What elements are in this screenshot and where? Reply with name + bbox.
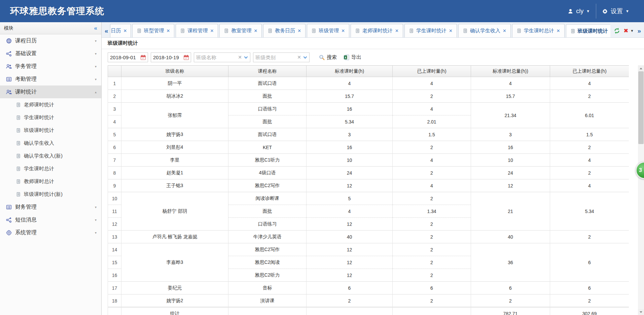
date-to-input[interactable] xyxy=(153,55,181,60)
tab[interactable]: 学生课时统计✕ xyxy=(404,24,457,37)
sidebar-item[interactable]: 学务管理▾ xyxy=(0,60,101,73)
table-row[interactable]: 13卢羽凡 雒飞扬 龙嘉懿牛津少儿英语402402 xyxy=(108,231,629,243)
tab-close-icon[interactable]: ✕ xyxy=(449,28,453,33)
table-row[interactable]: 7李昱雅思C1听力104104 xyxy=(108,154,629,167)
tab[interactable]: 教室管理✕ xyxy=(219,24,262,37)
class-name-combobox[interactable]: ✕ xyxy=(194,53,250,62)
tab-close-icon[interactable]: ✕ xyxy=(341,28,345,33)
done-hours-cell: 2 xyxy=(393,192,471,205)
settings-menu[interactable]: 设置 ▼ xyxy=(596,7,635,15)
class-name-cell: 赵美凝1 xyxy=(121,167,228,179)
panel-title: 班级课时统计 xyxy=(102,38,644,49)
table-row[interactable]: 10杨舒宁 邵玥阅读诊断课52215.34 xyxy=(108,192,629,205)
sidebar-nav: 课程日历▾基础设置▾学务管理▾考勤管理▾课时统计▴老师课时统计学生课时统计班级课… xyxy=(0,34,101,239)
tabs-scroll-right-icon[interactable]: » xyxy=(636,27,643,37)
date-from-field[interactable]: 17 xyxy=(108,53,148,62)
sidebar-subitem[interactable]: 确认学生收入 xyxy=(0,137,101,149)
tab-close-icon[interactable]: ✕ xyxy=(167,28,170,33)
calendar-icon[interactable]: 17 xyxy=(183,55,189,60)
tab-close-icon[interactable]: ✕ xyxy=(123,28,127,33)
sidebar-subitem[interactable]: 教师课时总计 xyxy=(0,175,101,188)
sidebar-item[interactable]: 课程日历▾ xyxy=(0,34,101,47)
table-row[interactable]: 14李嘉晔3雅思C2写作122366 xyxy=(108,243,629,256)
tab-close-icon[interactable]: ✕ xyxy=(395,28,399,33)
sidebar-subitem[interactable]: 学生课时统计 xyxy=(0,111,101,124)
tab[interactable]: 班级管理✕ xyxy=(307,24,349,37)
date-to-field[interactable]: 17 xyxy=(151,53,191,62)
tab[interactable]: 教务日历✕ xyxy=(263,24,306,37)
document-icon xyxy=(267,28,273,33)
table-row[interactable]: 5姚宇扬3面试口语31.531.5 xyxy=(108,128,629,141)
excel-icon: X xyxy=(344,55,349,60)
refresh-icon[interactable] xyxy=(614,28,620,34)
class-name-input[interactable] xyxy=(196,55,236,60)
sidebar-collapse-icon[interactable]: « xyxy=(94,25,97,32)
scroll-down-icon[interactable] xyxy=(638,309,644,315)
sidebar-subitem[interactable]: 学生课时总计 xyxy=(0,162,101,175)
tab[interactable]: 班型管理✕ xyxy=(132,24,175,37)
tab-close-icon[interactable]: ✕ xyxy=(503,28,506,33)
search-button[interactable]: 搜索 xyxy=(317,54,339,61)
row-number: 5 xyxy=(108,128,121,141)
nodes-icon xyxy=(6,217,12,223)
close-all-tabs-icon[interactable]: ✖ xyxy=(623,28,628,34)
clear-icon[interactable]: ✕ xyxy=(297,55,301,60)
tab-close-icon[interactable]: ✕ xyxy=(254,28,257,33)
table-row[interactable]: 18姚宇扬2演讲课2222 xyxy=(108,294,629,307)
close-tabs-chevron-icon[interactable]: ▼ xyxy=(631,29,634,33)
tab-close-icon[interactable]: ✕ xyxy=(557,28,560,33)
tab[interactable]: 老师课时统计✕ xyxy=(351,24,403,37)
footer-label: 统计 xyxy=(121,307,228,315)
table-row[interactable]: 1阴一平面试口语4444 xyxy=(108,77,629,90)
date-from-input[interactable] xyxy=(110,55,138,60)
table-row[interactable]: 17姜纪元音标6666 xyxy=(108,282,629,294)
sidebar-item[interactable]: 考勤管理▾ xyxy=(0,73,101,85)
vertical-scrollbar[interactable] xyxy=(638,65,644,315)
sidebar-subitem-label: 确认学生收入 xyxy=(24,140,54,146)
class-type-input[interactable] xyxy=(255,55,295,60)
tab[interactable]: 课程管理✕ xyxy=(176,24,218,37)
scroll-up-icon[interactable] xyxy=(638,65,644,71)
chevron-down-icon: ▼ xyxy=(625,9,629,13)
table-header-row: 班级名称课程名称标准课时量(h)已上课时量(h)标准课时总量(h))已上课时总量… xyxy=(108,66,629,77)
sidebar-subitem[interactable]: 班级课时统计(新) xyxy=(0,188,101,201)
table-row[interactable]: 6刘昱彤4KET162162 xyxy=(108,141,629,154)
sidebar-subitem[interactable]: 确认学生收入(新) xyxy=(0,149,101,162)
tab[interactable]: 确认学生收入✕ xyxy=(458,24,511,37)
sidebar-item[interactable]: 短信消息▾ xyxy=(0,213,101,226)
tab[interactable]: 日历✕ xyxy=(110,24,131,37)
table-row[interactable]: 9王子铭3雅思C2写作124124 xyxy=(108,179,629,192)
sidebar-item[interactable]: 基础设置▾ xyxy=(0,47,101,60)
sidebar-subitem[interactable]: 班级课时统计 xyxy=(0,124,101,137)
table-row[interactable]: 8赵美凝14级口语242242 xyxy=(108,167,629,179)
sidebar-item[interactable]: 课时统计▴ xyxy=(0,85,101,98)
footer-empty xyxy=(108,307,121,315)
document-icon xyxy=(16,128,21,133)
sidebar-item-label: 短信消息 xyxy=(15,216,92,223)
done-hours-cell: 4 xyxy=(393,103,471,115)
scrollbar-thumb[interactable] xyxy=(638,71,644,144)
sidebar-subitem[interactable]: 老师课时统计 xyxy=(0,98,101,111)
column-header: 课程名称 xyxy=(228,66,307,77)
chevron-down-icon[interactable] xyxy=(244,56,248,59)
sidebar-item[interactable]: 系统管理▾ xyxy=(0,226,101,239)
course-name-cell: 阅读诊断课 xyxy=(228,192,307,205)
tab[interactable]: 学生课时总计✕ xyxy=(512,24,565,37)
clear-icon[interactable]: ✕ xyxy=(238,55,242,60)
tabs-scroll-left-icon[interactable]: « xyxy=(103,27,110,37)
tab[interactable]: 班级课时统计✕ xyxy=(566,24,611,37)
sidebar-item-label: 财务管理 xyxy=(15,204,92,211)
table-row[interactable]: 3张郁霈口语练习16421.346.01 xyxy=(108,103,629,115)
tab-close-icon[interactable]: ✕ xyxy=(297,28,301,33)
table-row[interactable]: 2胡冰冰2面批15.7215.72 xyxy=(108,90,629,103)
user-menu[interactable]: cly ▼ xyxy=(562,8,596,15)
sidebar-item[interactable]: 财务管理▾ xyxy=(0,201,101,213)
chevron-down-icon[interactable] xyxy=(303,56,307,59)
search-label: 搜索 xyxy=(327,54,337,61)
calendar-icon[interactable]: 17 xyxy=(140,55,146,60)
tab-close-icon[interactable]: ✕ xyxy=(210,28,214,33)
std-hours-cell: 12 xyxy=(307,179,393,192)
export-button[interactable]: X 导出 xyxy=(342,54,363,61)
class-type-combobox[interactable]: ✕ xyxy=(253,53,310,62)
done-total-cell: 2 xyxy=(550,141,629,154)
